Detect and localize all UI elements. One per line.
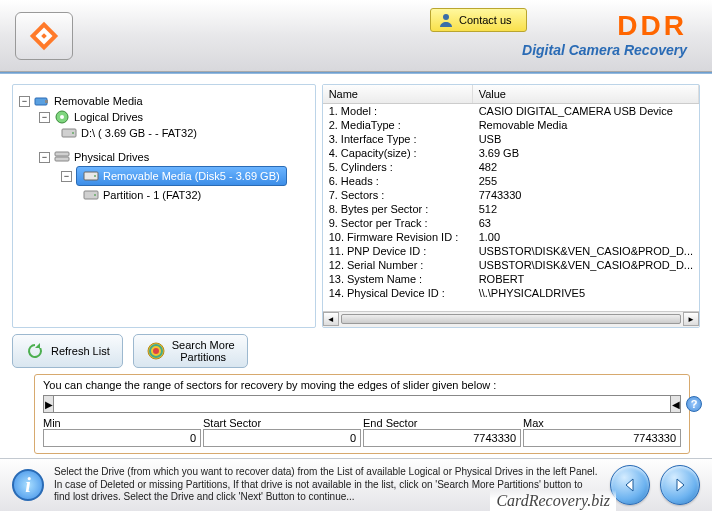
- tree-physical-selected[interactable]: − Removable Media (Disk5 - 3.69 GB): [17, 165, 311, 187]
- table-row[interactable]: 6. Heads :255: [323, 174, 699, 188]
- td-name: 3. Interface Type :: [323, 132, 473, 146]
- table-body: 1. Model :CASIO DIGITAL_CAMERA USB Devic…: [323, 104, 699, 311]
- td-value: 7743330: [473, 188, 699, 202]
- svg-rect-5: [45, 100, 48, 103]
- sector-range-section: You can change the range of sectors for …: [34, 374, 690, 454]
- watermark-text: CardRecovery.biz: [490, 490, 616, 512]
- table-row[interactable]: 2. MediaType :Removable Media: [323, 118, 699, 132]
- max-label: Max: [523, 417, 681, 429]
- back-button[interactable]: [610, 465, 650, 505]
- slider-handle-left[interactable]: ▶: [44, 396, 54, 412]
- start-sector-input[interactable]: [203, 429, 361, 447]
- search-more-partitions-button[interactable]: Search More Partitions: [133, 334, 248, 368]
- expand-icon[interactable]: −: [19, 96, 30, 107]
- removable-media-icon: [34, 94, 50, 108]
- svg-point-3: [443, 14, 449, 20]
- search-partitions-icon: [146, 341, 166, 361]
- table-header: Name Value: [323, 85, 699, 104]
- th-name[interactable]: Name: [323, 85, 473, 103]
- tree-logical-item[interactable]: D:\ ( 3.69 GB - - FAT32): [17, 125, 311, 141]
- tree-logical-drives[interactable]: − Logical Drives: [17, 109, 311, 125]
- tree-root[interactable]: − Removable Media: [17, 93, 311, 109]
- td-value: ROBERT: [473, 272, 699, 286]
- td-name: 12. Serial Number :: [323, 258, 473, 272]
- td-name: 2. MediaType :: [323, 118, 473, 132]
- table-row[interactable]: 11. PNP Device ID :USBSTOR\DISK&VEN_CASI…: [323, 244, 699, 258]
- scroll-right-icon[interactable]: ►: [683, 312, 699, 326]
- slider-instruction: You can change the range of sectors for …: [43, 379, 681, 391]
- td-value: CASIO DIGITAL_CAMERA USB Device: [473, 104, 699, 118]
- td-name: 13. System Name :: [323, 272, 473, 286]
- sector-slider[interactable]: ▶ ◀ ?: [43, 395, 681, 413]
- slider-handle-right[interactable]: ◀: [670, 396, 680, 412]
- svg-point-17: [153, 348, 159, 354]
- help-icon[interactable]: ?: [686, 396, 702, 412]
- td-name: 4. Capacity(size) :: [323, 146, 473, 160]
- disc-icon: [54, 110, 70, 124]
- td-value: 1.00: [473, 230, 699, 244]
- td-value: USB: [473, 132, 699, 146]
- table-row[interactable]: 7. Sectors :7743330: [323, 188, 699, 202]
- td-value: 63: [473, 216, 699, 230]
- th-value[interactable]: Value: [473, 85, 699, 103]
- td-value: \\.\PHYSICALDRIVE5: [473, 286, 699, 300]
- drive-icon: [83, 169, 99, 183]
- end-sector-input[interactable]: [363, 429, 521, 447]
- brand-title: DDR: [522, 10, 687, 42]
- table-row[interactable]: 5. Cylinders :482: [323, 160, 699, 174]
- tree-physical-drives[interactable]: − Physical Drives: [17, 149, 311, 165]
- header-bar: Contact us DDR Digital Camera Recovery: [0, 0, 712, 72]
- table-row[interactable]: 3. Interface Type :USB: [323, 132, 699, 146]
- button-row: Refresh List Search More Partitions: [0, 334, 712, 372]
- scroll-left-icon[interactable]: ◄: [323, 312, 339, 326]
- table-row[interactable]: 9. Sector per Track :63: [323, 216, 699, 230]
- svg-rect-11: [55, 157, 69, 161]
- table-row[interactable]: 12. Serial Number :USBSTOR\DISK&VEN_CASI…: [323, 258, 699, 272]
- expand-icon[interactable]: −: [39, 152, 50, 163]
- refresh-label: Refresh List: [51, 345, 110, 357]
- contact-us-button[interactable]: Contact us: [430, 8, 527, 32]
- table-row[interactable]: 8. Bytes per Sector :512: [323, 202, 699, 216]
- table-row[interactable]: 14. Physical Device ID :\\.\PHYSICALDRIV…: [323, 286, 699, 300]
- expand-icon[interactable]: −: [39, 112, 50, 123]
- td-name: 6. Heads :: [323, 174, 473, 188]
- properties-table: Name Value 1. Model :CASIO DIGITAL_CAMER…: [322, 84, 700, 328]
- max-input[interactable]: [523, 429, 681, 447]
- drive-icon: [83, 188, 99, 202]
- tree-logical-label: Logical Drives: [74, 111, 143, 123]
- tree-partition-item[interactable]: Partition - 1 (FAT32): [17, 187, 311, 203]
- td-name: 14. Physical Device ID :: [323, 286, 473, 300]
- svg-point-15: [94, 194, 96, 196]
- drive-icon: [61, 126, 77, 140]
- min-input[interactable]: [43, 429, 201, 447]
- tree-physical-label: Physical Drives: [74, 151, 149, 163]
- brand-subtitle: Digital Camera Recovery: [522, 42, 687, 58]
- table-row[interactable]: 4. Capacity(size) :3.69 GB: [323, 146, 699, 160]
- person-icon: [437, 11, 455, 29]
- scroll-thumb[interactable]: [341, 314, 681, 324]
- table-row[interactable]: 13. System Name :ROBERT: [323, 272, 699, 286]
- refresh-list-button[interactable]: Refresh List: [12, 334, 123, 368]
- tree-partition-label: Partition - 1 (FAT32): [103, 189, 201, 201]
- td-value: USBSTOR\DISK&VEN_CASIO&PROD_D...: [473, 258, 699, 272]
- expand-icon[interactable]: −: [61, 171, 72, 182]
- drive-tree-panel: − Removable Media − Logical Drives D:\ (…: [12, 84, 316, 328]
- arrow-right-icon: [671, 476, 689, 494]
- arrow-left-icon: [621, 476, 639, 494]
- app-logo: [15, 12, 73, 60]
- td-name: 10. Firmware Revision ID :: [323, 230, 473, 244]
- td-name: 9. Sector per Track :: [323, 216, 473, 230]
- brand-block: DDR Digital Camera Recovery: [522, 10, 687, 58]
- td-value: USBSTOR\DISK&VEN_CASIO&PROD_D...: [473, 244, 699, 258]
- svg-point-13: [94, 175, 96, 177]
- table-row[interactable]: 1. Model :CASIO DIGITAL_CAMERA USB Devic…: [323, 104, 699, 118]
- table-row[interactable]: 10. Firmware Revision ID :1.00: [323, 230, 699, 244]
- drive-stack-icon: [54, 150, 70, 164]
- next-button[interactable]: [660, 465, 700, 505]
- td-name: 5. Cylinders :: [323, 160, 473, 174]
- svg-point-9: [72, 132, 74, 134]
- contact-label: Contact us: [459, 14, 512, 26]
- tree-selected-label: Removable Media (Disk5 - 3.69 GB): [103, 170, 280, 182]
- horizontal-scrollbar[interactable]: ◄ ►: [323, 311, 699, 327]
- sector-inputs: Min Start Sector End Sector Max: [43, 417, 681, 447]
